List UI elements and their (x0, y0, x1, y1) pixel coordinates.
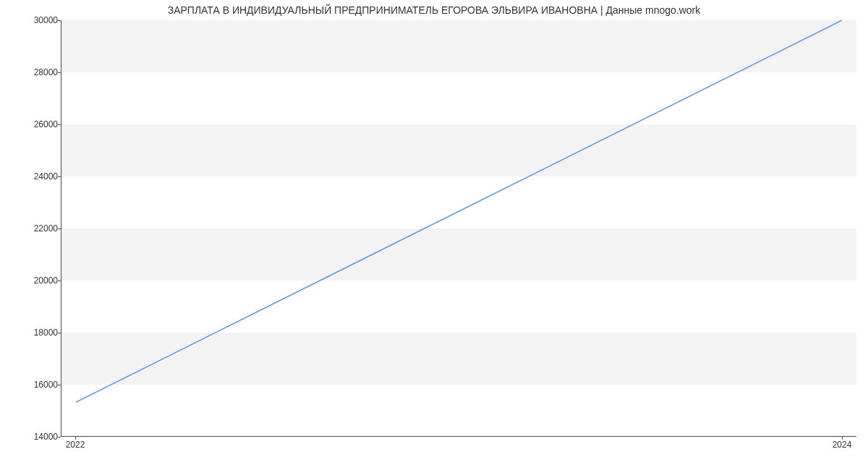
x-tick-mark (75, 437, 76, 440)
y-tick-label: 20000 (14, 275, 58, 286)
y-tick-label: 24000 (14, 171, 58, 181)
y-tick-label: 16000 (14, 380, 58, 390)
y-tick-label: 14000 (14, 432, 58, 442)
y-tick-mark (58, 437, 61, 437)
chart-title: ЗАРПЛАТА В ИНДИВИДУАЛЬНЫЙ ПРЕДПРИНИМАТЕЛ… (0, 4, 868, 16)
line-layer (61, 20, 856, 436)
y-tick-label: 22000 (14, 223, 58, 234)
salary-line-chart: ЗАРПЛАТА В ИНДИВИДУАЛЬНЫЙ ПРЕДПРИНИМАТЕЛ… (0, 0, 868, 470)
y-tick-label: 26000 (14, 119, 58, 129)
x-tick-label: 2024 (833, 440, 852, 450)
y-tick-label: 30000 (14, 15, 58, 25)
y-tick-label: 28000 (14, 67, 58, 77)
y-tick-label: 18000 (14, 328, 58, 338)
salary-line-series (76, 20, 842, 402)
x-tick-label: 2022 (66, 440, 85, 450)
x-tick-mark (842, 437, 843, 440)
plot-area (61, 20, 856, 437)
